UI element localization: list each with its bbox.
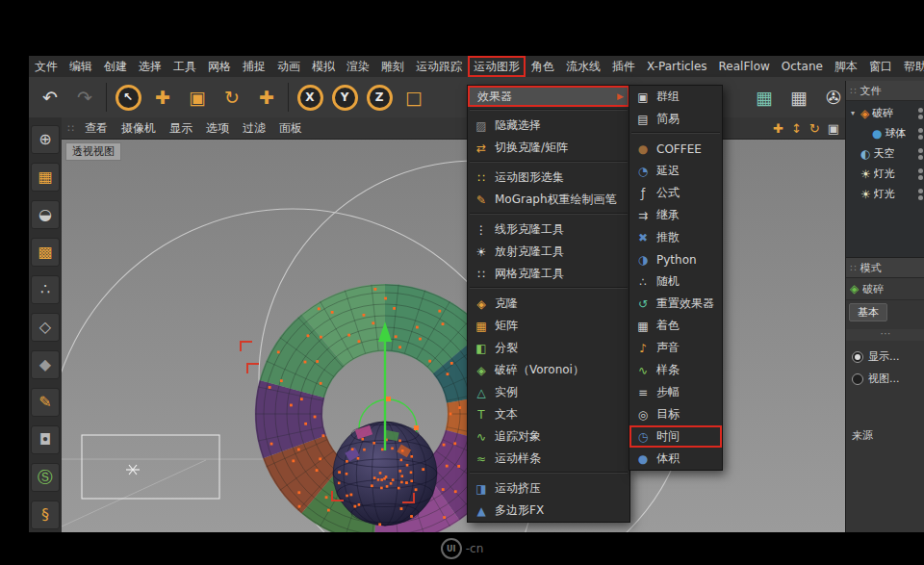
viewport-nav-button[interactable]: ↕ xyxy=(791,121,802,136)
menu-item[interactable]: ● 体积 xyxy=(629,448,722,470)
menubar-item[interactable]: RealFlow xyxy=(713,56,776,77)
expand-toggle-icon[interactable]: ▾ xyxy=(848,109,858,117)
object-manager-file-menu[interactable]: 文件 xyxy=(860,84,881,98)
toolbar-button[interactable]: ↻ xyxy=(215,79,249,116)
toolbar-button[interactable]: ▦ xyxy=(782,79,816,116)
radio-button[interactable] xyxy=(852,373,863,385)
toolbar-button[interactable]: ▣ xyxy=(180,79,215,116)
menu-item[interactable]: ◈ 克隆 xyxy=(468,293,629,315)
menubar-item[interactable]: 捕捉 xyxy=(237,56,271,77)
menu-item[interactable]: ◑ Python xyxy=(629,248,722,270)
menubar-item[interactable]: 流水线 xyxy=(560,56,606,77)
viewport-menu-item[interactable]: 查看 xyxy=(78,120,115,137)
mode-button[interactable]: ◘ xyxy=(31,425,60,454)
menu-item[interactable]: ◷ 时间 xyxy=(629,425,722,448)
menu-item[interactable]: ≈ 运动样条 xyxy=(468,448,629,470)
menu-item[interactable]: ∿ 样条 xyxy=(629,359,722,381)
menu-item[interactable]: ∷ 网格克隆工具 xyxy=(468,263,629,285)
toolbar-button[interactable]: X xyxy=(293,79,327,116)
viewport-menu-item[interactable]: 摄像机 xyxy=(115,120,163,137)
menu-item[interactable]: ◧ 分裂 xyxy=(468,337,629,359)
viewport-nav-button[interactable]: ▣ xyxy=(828,121,839,136)
viewport-menu-item[interactable]: 选项 xyxy=(199,120,236,137)
menubar-item[interactable]: 选择 xyxy=(133,56,167,77)
menu-item[interactable]: T 文本 xyxy=(468,403,629,425)
mode-button[interactable]: § xyxy=(31,501,60,529)
toolbar-button[interactable]: □ xyxy=(397,79,431,116)
toolbar-button[interactable]: ✚ xyxy=(249,79,284,116)
viewport-menu-item[interactable]: 过滤 xyxy=(236,120,272,137)
toolbar-button[interactable]: Y xyxy=(327,79,362,116)
attribute-mode-menu[interactable]: 模式 xyxy=(860,261,881,275)
menu-item[interactable]: △ 实例 xyxy=(468,381,629,403)
menubar-item[interactable]: 文件 xyxy=(29,56,64,77)
attribute-tab[interactable]: 基本 xyxy=(849,303,887,321)
viewport-canvas[interactable] xyxy=(62,117,845,532)
menu-item[interactable]: ≡ 步幅 xyxy=(629,381,722,403)
mode-button[interactable]: ▦ xyxy=(31,163,60,192)
menubar-item[interactable]: 创建 xyxy=(98,56,133,77)
object-tree-row[interactable]: ◐ 天空 xyxy=(846,143,924,164)
menu-item[interactable]: ◈ 破碎（Voronoi） xyxy=(468,359,629,381)
menubar-item[interactable]: 运动图形 xyxy=(468,56,526,77)
mode-button[interactable]: ◒ xyxy=(31,200,60,229)
object-tree-row[interactable]: ☀ 灯光 xyxy=(846,164,924,184)
menu-item[interactable]: ⇉ 继承 xyxy=(629,204,722,226)
menubar-item[interactable]: 角色 xyxy=(526,56,560,77)
menubar-item[interactable]: 脚本 xyxy=(829,56,863,77)
viewport[interactable]: ∷ 查看 摄像机 显示 选项 过滤 面板 xyxy=(62,117,845,532)
menu-item[interactable]: ∿ 追踪对象 xyxy=(468,425,629,448)
toolbar-button[interactable] xyxy=(106,83,107,112)
menu-item[interactable]: ▤ 简易 xyxy=(629,108,722,130)
viewport-nav-button[interactable]: ↻ xyxy=(809,121,820,136)
panel-drag-handle-icon[interactable]: ∷ xyxy=(850,263,856,273)
panel-drag-handle-icon[interactable]: ∷ xyxy=(850,86,856,96)
menu-item[interactable]: ↺ 重置效果器 xyxy=(629,293,722,315)
menubar-item[interactable]: 渲染 xyxy=(341,56,375,77)
visibility-toggles[interactable] xyxy=(918,128,924,140)
toolbar-button[interactable]: ✚ xyxy=(145,79,180,116)
toolbar-button[interactable]: ↷ xyxy=(67,79,102,116)
menu-item[interactable]: ◎ 目标 xyxy=(629,403,722,425)
visibility-toggles[interactable] xyxy=(918,189,924,200)
menubar-item[interactable]: 雕刻 xyxy=(375,56,410,77)
menu-item[interactable]: ✖ 推散 xyxy=(629,226,722,248)
menu-item[interactable]: ⋮ 线形克隆工具 xyxy=(468,218,629,241)
menu-item[interactable]: ∷ 运动图形选集 xyxy=(468,167,629,189)
menubar-item[interactable]: 模拟 xyxy=(306,56,341,77)
toolbar-button[interactable]: ↶ xyxy=(33,79,67,116)
menubar-item[interactable]: 动画 xyxy=(271,56,306,77)
menubar-item[interactable]: 网格 xyxy=(202,56,237,77)
menubar-item[interactable]: 插件 xyxy=(606,56,641,77)
menu-item[interactable]: ● COFFEE xyxy=(629,138,722,160)
object-tree-row[interactable]: ▾ ◈ 破碎 xyxy=(846,103,924,123)
menu-item-effectors[interactable]: 效果器 ▶ xyxy=(468,86,629,107)
viewport-drag-handle[interactable]: ∷ xyxy=(67,122,74,135)
toolbar-button[interactable]: Z xyxy=(362,79,397,116)
object-tree-row[interactable]: ● 球体 xyxy=(846,123,924,143)
mode-button[interactable]: ▩ xyxy=(31,238,60,267)
mode-button[interactable]: Ⓢ xyxy=(31,463,60,492)
visibility-toggles[interactable] xyxy=(918,168,924,180)
menu-item[interactable]: ✎ MoGraph权重绘制画笔 xyxy=(468,189,629,211)
menubar-item[interactable]: X-Particles xyxy=(641,56,713,77)
menu-item[interactable]: ♪ 声音 xyxy=(629,337,722,359)
menu-item[interactable]: ⇄ 切换克隆/矩阵 xyxy=(468,137,629,159)
menubar-item[interactable]: 工具 xyxy=(167,56,202,77)
menubar-item[interactable]: 运动跟踪 xyxy=(410,56,468,77)
menu-item[interactable]: ▦ 着色 xyxy=(629,315,722,337)
viewport-menu-item[interactable]: 显示 xyxy=(163,120,199,137)
menubar-item[interactable]: 窗口 xyxy=(863,56,898,77)
menu-item[interactable]: ◨ 运动挤压 xyxy=(468,477,629,500)
toolbar-button[interactable]: ▦ xyxy=(747,79,782,116)
menubar-item[interactable]: 帮助 xyxy=(898,56,924,77)
menu-item[interactable]: ƒ 公式 xyxy=(629,182,722,204)
menubar-item[interactable]: Octane xyxy=(776,56,829,77)
menu-item[interactable]: ▨ 隐藏选择 xyxy=(468,115,629,137)
menu-item[interactable]: ∴ 随机 xyxy=(629,270,722,293)
mode-button[interactable]: ◇ xyxy=(31,313,60,342)
menu-item[interactable]: ☀ 放射克隆工具 xyxy=(468,241,629,263)
mode-button[interactable]: ◆ xyxy=(31,350,60,379)
menu-item[interactable]: ▲ 多边形FX xyxy=(468,500,629,522)
menu-item[interactable]: ◔ 延迟 xyxy=(629,160,722,182)
